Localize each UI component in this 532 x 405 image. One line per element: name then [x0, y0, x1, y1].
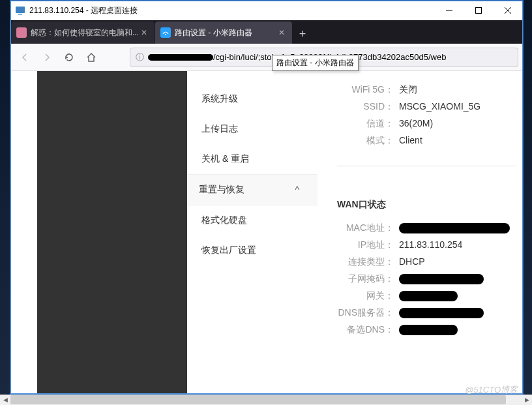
maximize-button[interactable]	[464, 1, 493, 20]
reload-button[interactable]	[59, 48, 79, 67]
left-sidebar-placeholder	[37, 71, 187, 393]
chevron-up-icon: ^	[295, 185, 299, 195]
menu-section-label: 重置与恢复	[199, 184, 244, 196]
rdp-window: 211.83.110.254 - 远程桌面连接 解惑：如何使得寝室的电脑和...…	[10, 1, 523, 394]
close-button[interactable]	[493, 1, 522, 20]
back-button[interactable]	[15, 48, 35, 67]
home-button[interactable]	[81, 48, 101, 67]
svg-rect-1	[18, 14, 22, 15]
info-panel: WiFi 5G：关闭 SSID：MSCG_XIAOMI_5G 信道：36(20M…	[318, 71, 522, 393]
horizontal-scrollbar[interactable]: ◀ ▶	[0, 395, 532, 405]
menu-upload-log[interactable]: 上传日志	[187, 114, 318, 144]
menu-factory-reset[interactable]: 恢复出厂设置	[187, 235, 318, 265]
window-title: 211.83.110.254 - 远程桌面连接	[29, 5, 434, 16]
close-icon[interactable]: ✕	[139, 27, 149, 38]
mode-value: Client	[399, 135, 422, 147]
url-input[interactable]	[213, 52, 512, 62]
svg-point-6	[165, 34, 166, 35]
scrollbar-thumb[interactable]	[10, 395, 506, 404]
tab-help[interactable]: 解惑：如何使得寝室的电脑和... ✕	[11, 22, 155, 44]
gw-label: 网关：	[337, 290, 399, 302]
info-icon[interactable]: ⓘ	[136, 52, 144, 63]
channel-label: 信道：	[337, 118, 399, 130]
tabstrip: 解惑：如何使得寝室的电脑和... ✕ 路由设置 - 小米路由器 ✕ +	[11, 20, 522, 44]
tab-label: 路由设置 - 小米路由器	[175, 27, 276, 38]
wan-section-title: WAN口状态	[337, 192, 516, 220]
mode-label: 模式：	[337, 135, 399, 147]
settings-menu: 系统升级 上传日志 关机 & 重启 重置与恢复 ^ 格式化硬盘 恢复出厂设置	[187, 71, 318, 393]
conn-label: 连接类型：	[337, 256, 399, 268]
favicon-router-icon	[160, 27, 171, 38]
menu-section-reset[interactable]: 重置与恢复 ^	[187, 174, 318, 205]
dns2-label: 备选DNS：	[337, 324, 399, 336]
menu-format-disk[interactable]: 格式化硬盘	[187, 205, 318, 235]
mask-value	[399, 273, 484, 285]
scroll-left-button[interactable]: ◀	[0, 395, 10, 405]
navbar: ⓘ	[11, 44, 522, 71]
dns-value	[399, 307, 484, 319]
tab-tooltip: 路由设置 - 小米路由器	[272, 55, 359, 71]
close-icon[interactable]: ✕	[276, 27, 287, 38]
scroll-right-button[interactable]: ▶	[522, 395, 532, 405]
minimize-button[interactable]	[434, 1, 464, 20]
mac-value	[399, 222, 510, 234]
browser: 解惑：如何使得寝室的电脑和... ✕ 路由设置 - 小米路由器 ✕ + ⓘ 路由…	[11, 20, 522, 393]
titlebar: 211.83.110.254 - 远程桌面连接	[11, 1, 522, 20]
new-tab-button[interactable]: +	[293, 24, 312, 44]
wifi5g-status-value: 关闭	[399, 84, 417, 96]
ssid-value: MSCG_XIAOMI_5G	[399, 101, 480, 113]
channel-value: 36(20M)	[399, 118, 433, 130]
page-content: 系统升级 上传日志 关机 & 重启 重置与恢复 ^ 格式化硬盘 恢复出厂设置 W…	[11, 71, 522, 393]
rdp-icon	[15, 5, 25, 16]
gw-value	[399, 290, 458, 302]
ip-label: IP地址：	[337, 239, 399, 251]
menu-shutdown-reboot[interactable]: 关机 & 重启	[187, 144, 318, 174]
wifi5g-status-label: WiFi 5G：	[337, 84, 399, 96]
favicon-generic	[16, 27, 27, 38]
forward-button[interactable]	[37, 48, 57, 67]
mask-label: 子网掩码：	[337, 273, 399, 285]
ssid-label: SSID：	[337, 101, 399, 113]
tab-label: 解惑：如何使得寝室的电脑和...	[31, 27, 139, 38]
url-redacted	[148, 54, 213, 61]
tab-router-settings[interactable]: 路由设置 - 小米路由器 ✕	[155, 22, 292, 44]
dns-label: DNS服务器：	[337, 307, 399, 319]
svg-rect-0	[16, 7, 25, 13]
ip-value: 211.83.110.254	[399, 239, 462, 251]
svg-rect-3	[475, 8, 481, 14]
conn-value: DHCP	[399, 256, 425, 268]
mac-label: MAC地址：	[337, 222, 399, 234]
dns2-value	[399, 324, 458, 336]
watermark: @51CTO博客	[465, 384, 518, 396]
menu-system-upgrade[interactable]: 系统升级	[187, 84, 318, 114]
